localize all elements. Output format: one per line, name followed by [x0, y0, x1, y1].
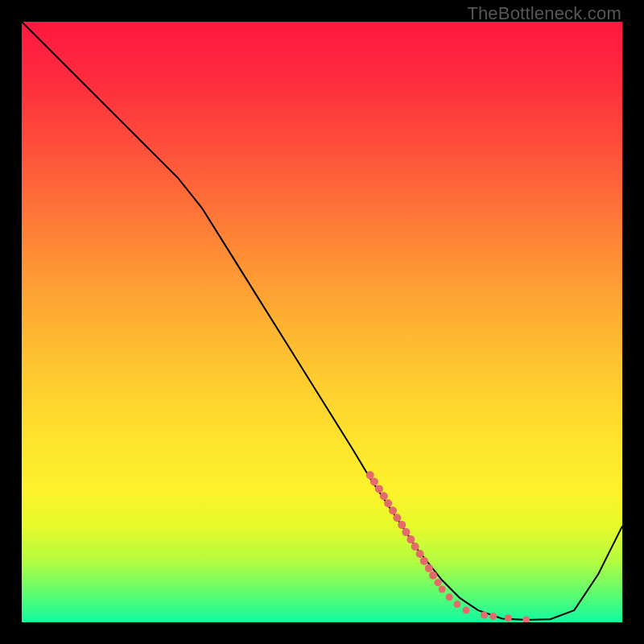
- highlight-dot: [393, 514, 401, 522]
- highlight-dot: [453, 601, 460, 608]
- highlight-dot: [489, 613, 497, 620]
- highlight-dot: [429, 572, 437, 580]
- highlight-dot: [398, 521, 406, 529]
- highlight-dot: [402, 528, 410, 536]
- highlight-dot: [407, 535, 415, 543]
- highlight-dot: [481, 612, 488, 619]
- highlight-dot: [375, 485, 383, 493]
- highlight-dot: [435, 579, 442, 586]
- highlight-dot: [425, 564, 433, 572]
- highlight-dot: [384, 499, 392, 507]
- highlight-dot: [389, 506, 397, 514]
- highlight-dot: [505, 614, 512, 621]
- plot-area: [22, 22, 622, 622]
- highlight-dot: [416, 550, 424, 558]
- highlight-dot: [411, 543, 419, 551]
- highlight-dot: [420, 557, 428, 565]
- highlight-dot: [439, 586, 446, 593]
- highlight-dot: [446, 593, 453, 601]
- chart-frame: TheBottleneck.com: [0, 0, 644, 644]
- highlight-dot: [370, 477, 378, 485]
- highlight-dot: [463, 607, 470, 614]
- highlight-dot: [380, 492, 388, 500]
- chart-svg: [22, 22, 622, 622]
